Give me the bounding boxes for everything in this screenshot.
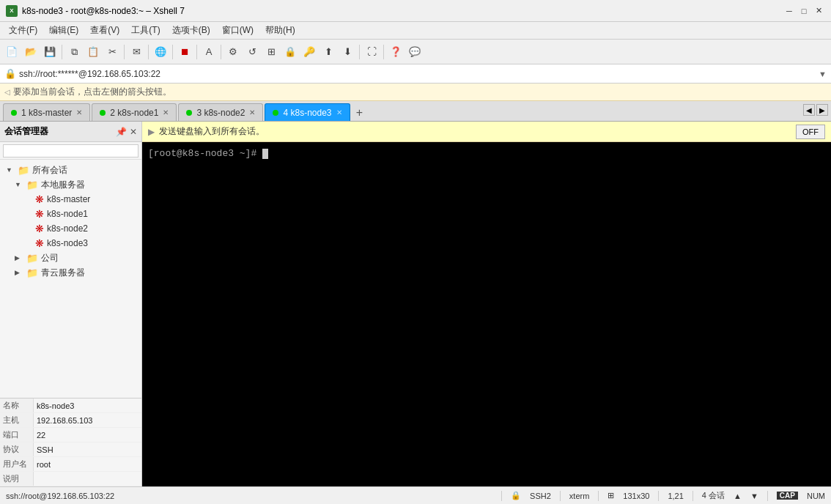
num-label: NUM [807, 492, 825, 500]
tab-1-label: 1 k8s-master [21, 108, 72, 118]
tree-label-node1: k8s-node1 [47, 209, 88, 219]
menu-file[interactable]: 文件(F) [3, 23, 43, 38]
title-left: X k8s-node3 - root@k8s-node3:~ – Xshell … [6, 5, 185, 17]
prop-label-port: 端口 [0, 428, 34, 442]
help-button[interactable]: ❓ [387, 43, 405, 61]
status-bar: ssh://root@192.168.65.103:22 🔒 SSH2 xter… [0, 486, 831, 504]
minimize-button[interactable]: ─ [783, 4, 796, 18]
tab-3[interactable]: 3 k8s-node2 ✕ [178, 103, 263, 121]
sidebar-close-icon[interactable]: ✕ [130, 127, 137, 137]
maximize-term-button[interactable]: ⛶ [363, 43, 380, 61]
tab-4[interactable]: 4 k8s-node3 ✕ [265, 103, 350, 121]
tab-3-close[interactable]: ✕ [249, 108, 255, 116]
broadcast-off-button[interactable]: OFF [796, 125, 825, 139]
prop-label-username: 用户名 [0, 457, 34, 471]
status-size: 131x30 [623, 492, 649, 500]
tab-1[interactable]: 1 k8s-master ✕ [3, 103, 90, 121]
tab-nav: ◀ ▶ [803, 104, 828, 116]
cut-button[interactable]: ✂ [103, 43, 121, 61]
tree-item-k8s-master[interactable]: ❋ k8s-master [0, 192, 141, 207]
menu-view[interactable]: 查看(V) [84, 23, 125, 38]
toolbar-sep-7 [359, 45, 360, 59]
compose-button[interactable]: ✉ [128, 43, 145, 61]
new-session-button[interactable]: 📄 [3, 43, 21, 61]
folder-icon-qingyun: 📁 [26, 267, 38, 278]
terminal[interactable]: [root@k8s-node3 ~]# [142, 142, 831, 486]
prop-label-desc: 说明 [0, 472, 34, 486]
lock-icon: 🔒 [4, 68, 16, 79]
window-title: k8s-node3 - root@k8s-node3:~ – Xshell 7 [22, 6, 185, 16]
folder-icon-local: 📁 [26, 179, 38, 190]
prop-value-port: 22 [34, 428, 141, 442]
tab-4-close[interactable]: ✕ [336, 108, 342, 116]
expand-icon-company: ▶ [15, 254, 23, 262]
toolbar-sep-6 [221, 45, 221, 59]
tree-item-k8s-node3[interactable]: ❋ k8s-node3 [0, 236, 141, 251]
toolbar-sep-3 [148, 45, 149, 59]
prop-row-name: 名称 k8s-node3 [0, 399, 141, 413]
hint-arrow-icon: ◁ [4, 88, 10, 96]
sidebar-header-icons: 📌 ✕ [116, 127, 137, 137]
upload-button[interactable]: ⬆ [320, 43, 337, 61]
menu-tools[interactable]: 工具(T) [125, 23, 166, 38]
tab-nav-left[interactable]: ◀ [803, 104, 815, 116]
tree-item-k8s-node1[interactable]: ❋ k8s-node1 [0, 207, 141, 221]
menu-edit[interactable]: 编辑(E) [43, 23, 84, 38]
terminal-prompt: [root@k8s-node3 ~]# [148, 148, 262, 159]
tree-item-local[interactable]: ▼ 📁 本地服务器 [0, 177, 141, 192]
sidebar: 会话管理器 📌 ✕ ▼ 📁 所有会话 ▼ 📁 本地服务器 [0, 122, 142, 486]
tree-item-all-sessions[interactable]: ▼ 📁 所有会话 [0, 163, 141, 177]
address-dropdown-icon[interactable]: ▼ [819, 70, 827, 78]
font-button[interactable]: A [200, 43, 218, 61]
status-sep-2 [560, 491, 561, 501]
sidebar-header: 会话管理器 📌 ✕ [0, 122, 141, 142]
tree-label-qingyun: 青云服务器 [41, 267, 85, 279]
save-button[interactable]: 💾 [41, 43, 59, 61]
prop-value-host: 192.168.65.103 [34, 413, 141, 427]
status-down-arrow: ▼ [750, 492, 758, 500]
paste-button[interactable]: 📋 [84, 43, 102, 61]
tree-item-qingyun[interactable]: ▶ 📁 青云服务器 [0, 265, 141, 280]
connect-button[interactable]: 🌐 [152, 43, 169, 61]
refresh-button[interactable]: ↺ [243, 43, 261, 61]
tree-label-node2: k8s-node2 [47, 223, 88, 234]
tab-1-status-dot [11, 110, 17, 116]
add-tab-button[interactable]: + [352, 105, 368, 121]
tab-nav-right[interactable]: ▶ [816, 104, 828, 116]
sidebar-pin-icon[interactable]: 📌 [116, 127, 127, 137]
tree-label-all: 所有会话 [32, 164, 67, 177]
key-button[interactable]: 🔑 [300, 43, 318, 61]
cap-badge: CAP [777, 492, 798, 500]
sidebar-search-input[interactable] [3, 144, 138, 158]
download-button[interactable]: ⬇ [339, 43, 356, 61]
tree-label-company: 公司 [41, 252, 59, 264]
menu-window[interactable]: 窗口(W) [216, 23, 259, 38]
prop-row-desc: 说明 [0, 472, 141, 486]
main-area: 会话管理器 📌 ✕ ▼ 📁 所有会话 ▼ 📁 本地服务器 [0, 122, 831, 486]
status-icon-lock: 🔒 [511, 491, 521, 500]
tab-1-close[interactable]: ✕ [76, 108, 82, 116]
tab-bar: 1 k8s-master ✕ 2 k8s-node1 ✕ 3 k8s-node2… [0, 101, 831, 122]
close-button[interactable]: ✕ [812, 4, 825, 18]
maximize-button[interactable]: □ [797, 4, 810, 18]
stop-button[interactable]: ⏹ [176, 43, 193, 61]
broadcast-bar: ▶ 发送键盘输入到所有会话。 OFF [142, 122, 831, 142]
lock-button[interactable]: 🔒 [281, 43, 299, 61]
open-button[interactable]: 📂 [22, 43, 40, 61]
tree-item-k8s-node2[interactable]: ❋ k8s-node2 [0, 221, 141, 236]
status-sep-6 [767, 491, 768, 501]
tab-2-close[interactable]: ✕ [163, 108, 169, 116]
tab-4-label: 4 k8s-node3 [283, 108, 331, 118]
settings-button[interactable]: ⚙ [224, 43, 242, 61]
menu-tabs[interactable]: 选项卡(B) [166, 23, 216, 38]
screen-button[interactable]: ⊞ [262, 43, 280, 61]
chat-button[interactable]: 💬 [406, 43, 424, 61]
menu-help[interactable]: 帮助(H) [259, 23, 301, 38]
tree-item-company[interactable]: ▶ 📁 公司 [0, 251, 141, 265]
window-controls: ─ □ ✕ [783, 4, 825, 18]
toolbar-sep-1 [62, 45, 62, 59]
tab-3-status-dot [186, 110, 192, 116]
copy-button[interactable]: ⧉ [65, 43, 83, 61]
tab-2[interactable]: 2 k8s-node1 ✕ [92, 103, 177, 121]
status-sessions: 4 会话 [702, 490, 725, 501]
